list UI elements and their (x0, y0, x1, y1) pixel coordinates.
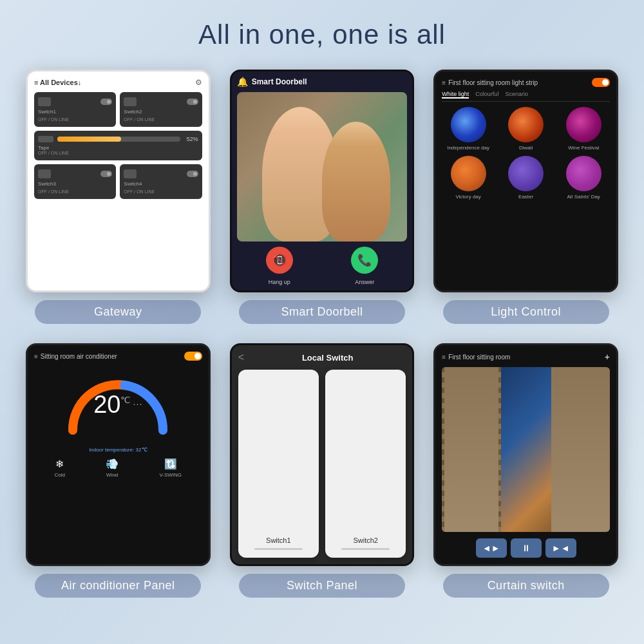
hangup-button[interactable]: 📵 (266, 247, 293, 274)
scene-label-4: Victory day (455, 194, 480, 200)
ac-temp-value: 20 (93, 391, 120, 419)
scene-label-6: All Saints' Day (567, 194, 600, 200)
doorbell-card: 🔔 Smart Doorbell 📵 Hang up 📞 (230, 70, 415, 324)
ac-controls: ❄ Cold 💨 Wind 🔃 V-SWING (34, 458, 202, 478)
person2-figure (322, 122, 390, 242)
ac-cold-ctrl[interactable]: ❄ Cold (55, 458, 65, 478)
page-title: All in one, one is all (0, 0, 644, 70)
sw-btn-2[interactable]: Switch2 (325, 370, 406, 558)
switch4-icon (124, 169, 137, 178)
ac-menu-icon: ≡ (34, 353, 38, 360)
scene-circle-3 (566, 107, 601, 142)
scene-label-5: Easter (518, 194, 533, 200)
curtain-pause-button[interactable]: ⏸ (511, 538, 542, 558)
sw-buttons-area: Switch1 Switch2 (238, 370, 406, 558)
scene-item-5[interactable]: Easter (500, 156, 553, 200)
scene-circle-6 (566, 156, 601, 191)
ac-vswing-ctrl[interactable]: 🔃 V-SWING (159, 458, 182, 478)
gateway-label: Gateway (35, 300, 201, 324)
ac-dots: … (132, 396, 142, 408)
tape-percent: 52% (187, 136, 198, 142)
switch1-toggle[interactable] (100, 99, 112, 105)
lc-tab-white[interactable]: White light (442, 91, 469, 99)
switch4-status: OFF / ON LINE (124, 189, 198, 194)
switch3-status: OFF / ON LINE (38, 189, 112, 194)
sw-back-button[interactable]: < (238, 352, 244, 363)
scene-circle-4 (451, 156, 486, 191)
switch2-icon (124, 97, 137, 106)
doorbell-title: Smart Doorbell (252, 77, 307, 86)
ac-gauge: 20 ℃ … (34, 366, 202, 443)
switch3-toggle[interactable] (100, 171, 112, 177)
curtain-card: ≡ First floor sitting room + ◄► ⏸ (433, 343, 618, 598)
light-control-label: Light Control (443, 300, 609, 324)
switch4-label: Switch4 (124, 181, 198, 187)
ct-menu-icon: ≡ (442, 354, 446, 361)
lc-tab-scenario[interactable]: Scenario (505, 91, 528, 99)
curtain-screen: ≡ First floor sitting room + ◄► ⏸ (433, 343, 618, 566)
lc-tab-colourful[interactable]: Colourful (475, 91, 498, 99)
scene-item-6[interactable]: All Saints' Day (557, 156, 610, 200)
swing-icon: 🔃 (164, 458, 177, 470)
ac-power-toggle[interactable] (184, 352, 202, 361)
switch-panel-card: < Local Switch Switch1 Switch2 Switch Pa… (230, 343, 415, 598)
answer-button[interactable]: 📞 (351, 247, 378, 274)
doorbell-screen: 🔔 Smart Doorbell 📵 Hang up 📞 (230, 70, 415, 292)
scene-item-2[interactable]: Diwali (500, 107, 553, 151)
switch1-label: Switch1 (38, 109, 112, 115)
doorbell-label: Smart Doorbell (239, 300, 405, 324)
ct-room-title: First floor sitting room (448, 354, 605, 361)
scene-circle-2 (508, 107, 544, 142)
ac-wind-ctrl[interactable]: 💨 Wind (106, 458, 118, 478)
scene-label-2: Diwali (519, 145, 533, 151)
switch2-toggle[interactable] (187, 99, 198, 105)
tape-row: 52% Tape OFF / ON LINE (34, 131, 202, 160)
ac-cold-label: Cold (55, 472, 65, 478)
curtain-window (501, 367, 551, 532)
doorbell-video (237, 92, 408, 242)
tape-progress-fill (57, 137, 121, 142)
scene-item-4[interactable]: Victory day (442, 156, 495, 200)
scene-circle-5 (508, 156, 544, 191)
switch1-icon (38, 97, 51, 106)
product-grid: ≡ All Devices↓ ⚙ Switch1 OFF / ON LINE (0, 70, 644, 598)
ct-add-button[interactable]: + (605, 352, 610, 362)
sw-btn-1-line (254, 548, 303, 550)
gateway-device-3: Switch3 OFF / ON LINE (34, 164, 116, 199)
curtain-open-button[interactable]: ◄► (476, 538, 507, 558)
ac-temp-display: 20 ℃ … (93, 391, 142, 419)
light-screen: ≡ First floor sitting room light strip W… (433, 70, 618, 292)
switch-panel-label: Switch Panel (239, 574, 405, 598)
lc-power-toggle[interactable] (592, 78, 610, 87)
sw-btn-1-label: Switch1 (266, 536, 291, 544)
curtain-label: Curtain switch (443, 574, 609, 598)
hangup-label: Hang up (269, 279, 290, 285)
answer-label: Answer (355, 279, 374, 285)
bell-icon: 🔔 (237, 77, 248, 87)
tape-icon (38, 136, 53, 142)
ac-panel-label: Air conditioner Panel (35, 574, 201, 598)
switch2-status: OFF / ON LINE (124, 117, 198, 122)
curtain-left-edge (498, 367, 501, 532)
switch4-toggle[interactable] (187, 171, 198, 177)
tape-status: OFF / ON LINE (38, 151, 198, 155)
ac-screen: ≡ Sitting room air conditioner (26, 343, 211, 566)
scene-label-3: Wine Festival (568, 145, 599, 151)
gateway-header-title: ≡ All Devices↓ (34, 79, 81, 86)
curtain-close-button[interactable]: ►◄ (545, 538, 576, 558)
ac-wind-label: Wind (106, 472, 118, 478)
switch2-label: Switch2 (124, 109, 198, 115)
curtain-right-panel (551, 367, 610, 532)
wind-icon: 💨 (106, 458, 118, 470)
ac-panel-card: ≡ Sitting room air conditioner (26, 343, 211, 598)
gear-icon[interactable]: ⚙ (195, 78, 202, 87)
sw-btn-1[interactable]: Switch1 (238, 370, 319, 558)
gateway-device-2: Switch2 OFF / ON LINE (120, 92, 202, 127)
switch3-icon (38, 169, 51, 178)
curtain-right-edge (442, 367, 444, 532)
ct-controls: ◄► ⏸ ►◄ (442, 538, 610, 558)
scene-item-3[interactable]: Wine Festival (557, 107, 610, 151)
light-control-card: ≡ First floor sitting room light strip W… (433, 70, 618, 324)
scene-item-1[interactable]: Independence day (442, 107, 495, 151)
gateway-device-4: Switch4 OFF / ON LINE (120, 164, 202, 199)
